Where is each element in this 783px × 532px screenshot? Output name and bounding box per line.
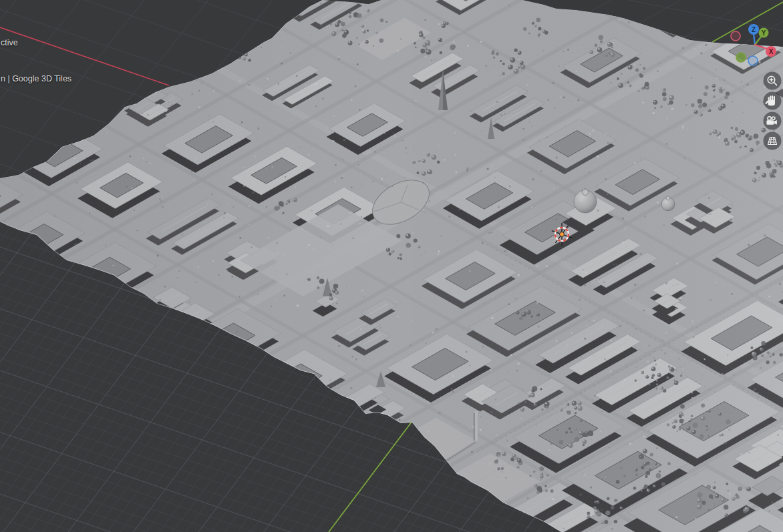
gizmo-axis-minus-x[interactable] <box>731 31 740 41</box>
gizmo-y-label: Y <box>762 29 766 37</box>
camera-view-button[interactable] <box>764 112 782 130</box>
pan-button[interactable] <box>764 92 782 110</box>
gizmo-axis-minus-y[interactable] <box>736 53 746 62</box>
zoom-button[interactable] <box>764 72 782 90</box>
grid-perspective-button[interactable] <box>764 132 782 150</box>
gizmo-axis-minus-z[interactable] <box>748 56 758 65</box>
blender-3d-viewport[interactable]: Z Y X <box>0 0 783 532</box>
3d-cursor-center <box>560 232 565 237</box>
gizmo-z-label: Z <box>752 26 756 33</box>
gizmo-x-label: X <box>769 48 774 55</box>
